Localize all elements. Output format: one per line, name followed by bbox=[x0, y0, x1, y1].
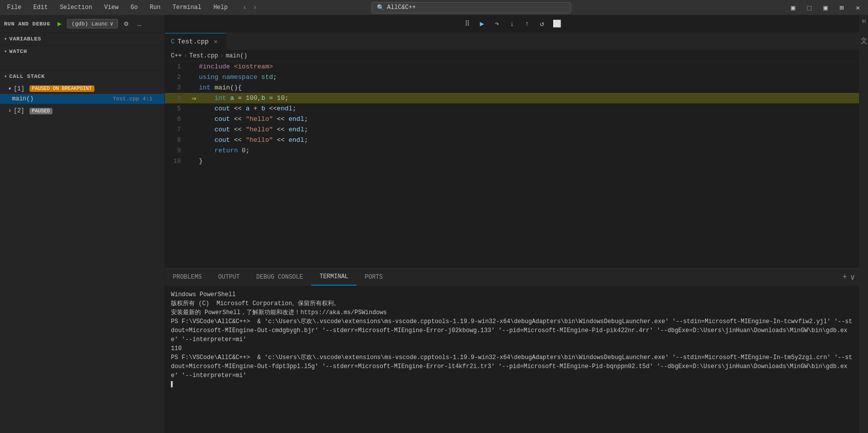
tab-problems[interactable]: PROBLEMS bbox=[165, 269, 210, 286]
line-code: cout << a + b <<endl; bbox=[199, 103, 859, 114]
nav-forward[interactable]: › bbox=[251, 2, 259, 12]
stack-group-2-header[interactable]: › [2] PAUSED bbox=[0, 106, 164, 116]
tab-ports[interactable]: PORTS bbox=[357, 269, 391, 286]
terminal-content[interactable]: Windows PowerShell版权所有 (C) Microsoft Cor… bbox=[165, 286, 859, 433]
breadcrumb-sep-2: › bbox=[220, 52, 223, 59]
line-code: cout << "hello" << endl; bbox=[199, 114, 859, 124]
right-icon-1[interactable]: ≡ bbox=[859, 17, 868, 25]
run-debug-label: RUN AND DEBUG bbox=[4, 21, 50, 27]
debug-toolbar: RUN AND DEBUG ▶ (gdb) Launc ∨ ⚙ … bbox=[0, 15, 164, 33]
variables-label: VARIABLES bbox=[9, 36, 41, 42]
tab-test-cpp[interactable]: C Test.cpp ✕ bbox=[165, 33, 226, 50]
code-line-10[interactable]: 10} bbox=[165, 156, 859, 166]
continue-button[interactable]: ▶ bbox=[476, 17, 489, 30]
toggle-right-sidebar-btn[interactable]: ▣ bbox=[820, 2, 832, 13]
toggle-panel-btn[interactable]: ⬚ bbox=[803, 2, 815, 13]
code-line-2[interactable]: 2using namespace std; bbox=[165, 72, 859, 82]
debug-config-dropdown[interactable]: (gdb) Launc ∨ bbox=[67, 19, 117, 28]
step-out-button[interactable]: ↑ bbox=[521, 17, 534, 30]
panel: PROBLEMS OUTPUT DEBUG CONSOLE TERMINAL P… bbox=[165, 268, 859, 433]
terminal-line: 110 bbox=[171, 344, 853, 353]
editor-area: ⠿ ▶ ↷ ↓ ↑ ↺ ⬜ C Test.cpp ✕ C++ › Test.cp… bbox=[165, 15, 859, 433]
gear-icon[interactable]: ⚙ bbox=[121, 18, 132, 29]
stack-item-main[interactable]: main() Test.cpp 4:1 bbox=[0, 94, 164, 104]
menu-selection[interactable]: Selection bbox=[57, 3, 95, 12]
right-sidebar: ≡ 文 bbox=[859, 15, 868, 433]
drag-handle-icon: ⠿ bbox=[461, 17, 474, 30]
code-line-7[interactable]: 7 cout << "hello" << endl; bbox=[165, 124, 859, 135]
breadcrumb-file[interactable]: Test.cpp bbox=[189, 52, 218, 59]
tab-close-button[interactable]: ✕ bbox=[212, 38, 220, 46]
layout-btn[interactable]: ⊞ bbox=[836, 2, 848, 13]
toggle-sidebar-btn[interactable]: ▣ bbox=[787, 2, 799, 13]
menu-file[interactable]: File bbox=[4, 3, 24, 12]
call-stack-content: ▾ [1] PAUSED ON BREAKPOINT main() Test.c… bbox=[0, 82, 164, 433]
menu-view[interactable]: View bbox=[101, 3, 121, 12]
menu-terminal[interactable]: Terminal bbox=[169, 3, 204, 12]
terminal-line: PS F:\VSCode\AllC&C++> & 'c:\Users\尽欢\.v… bbox=[171, 317, 853, 344]
breadcrumb: C++ › Test.cpp › main() bbox=[165, 50, 859, 61]
code-line-4[interactable]: 4⇒ int a = 100,b = 10; bbox=[165, 93, 859, 103]
title-bar: File Edit Selection View Go Run Terminal… bbox=[0, 0, 868, 15]
add-terminal-button[interactable]: + bbox=[843, 273, 848, 282]
tab-debug-console[interactable]: DEBUG CONSOLE bbox=[248, 269, 312, 286]
terminal-line: 安装最新的 PowerShell，了解新功能和改进！https://aka.ms… bbox=[171, 308, 853, 317]
code-content: 1#include <iostream>2using namespace std… bbox=[165, 61, 859, 166]
line-number: 10 bbox=[165, 157, 189, 165]
call-stack-header[interactable]: ▾ CALL STACK bbox=[0, 70, 164, 82]
menu-edit[interactable]: Edit bbox=[30, 3, 51, 12]
watch-section: ▾ WATCH bbox=[0, 45, 164, 70]
paused-badge: PAUSED bbox=[29, 108, 52, 114]
tab-terminal[interactable]: TERMINAL bbox=[311, 269, 357, 286]
code-line-8[interactable]: 8 cout << "hello" << endl; bbox=[165, 135, 859, 145]
tab-label: Test.cpp bbox=[177, 38, 208, 45]
nav-arrows: ‹ › bbox=[241, 2, 259, 12]
code-line-3[interactable]: 3int main(){ bbox=[165, 82, 859, 93]
chevron-down-icon: ▾ bbox=[4, 36, 7, 42]
close-btn[interactable]: ✕ bbox=[852, 2, 864, 13]
menu-bar: File Edit Selection View Go Run Terminal… bbox=[4, 3, 231, 12]
chevron-down-icon: ▾ bbox=[4, 48, 7, 54]
restart-button[interactable]: ↺ bbox=[536, 17, 549, 30]
tab-output[interactable]: OUTPUT bbox=[210, 269, 248, 286]
line-number: 9 bbox=[165, 147, 189, 154]
stack-item-file: Test.cpp 4:1 bbox=[113, 96, 152, 102]
call-stack-section: ▾ CALL STACK ▾ [1] PAUSED ON BREAKPOINT … bbox=[0, 70, 164, 433]
code-line-5[interactable]: 5 cout << a + b <<endl; bbox=[165, 103, 859, 114]
breadcrumb-function[interactable]: main() bbox=[226, 52, 247, 59]
stack-group-1-header[interactable]: ▾ [1] PAUSED ON BREAKPOINT bbox=[0, 83, 164, 94]
sidebar: RUN AND DEBUG ▶ (gdb) Launc ∨ ⚙ … ▾ VARI… bbox=[0, 15, 165, 433]
variables-header[interactable]: ▾ VARIABLES bbox=[0, 33, 164, 45]
search-bar[interactable]: 🔍 AllC&C++ bbox=[371, 2, 571, 13]
step-over-button[interactable]: ↷ bbox=[491, 17, 504, 30]
nav-back[interactable]: ‹ bbox=[241, 2, 249, 12]
code-editor[interactable]: 1#include <iostream>2using namespace std… bbox=[165, 61, 859, 268]
stack-group-1-id: [1] bbox=[13, 85, 24, 92]
run-button[interactable]: ▶ bbox=[54, 18, 65, 29]
breadcrumb-cpp[interactable]: C++ bbox=[171, 52, 182, 59]
line-number: 8 bbox=[165, 136, 189, 144]
more-icon[interactable]: … bbox=[134, 18, 145, 29]
cpp-file-icon: C bbox=[171, 38, 174, 45]
step-into-button[interactable]: ↓ bbox=[506, 17, 519, 30]
search-icon: 🔍 bbox=[377, 4, 384, 11]
menu-help[interactable]: Help bbox=[210, 3, 231, 12]
watch-header[interactable]: ▾ WATCH bbox=[0, 45, 164, 57]
line-number: 6 bbox=[165, 115, 189, 123]
code-line-9[interactable]: 9 return 0; bbox=[165, 145, 859, 156]
stack-group-1: ▾ [1] PAUSED ON BREAKPOINT main() Test.c… bbox=[0, 82, 164, 105]
code-line-6[interactable]: 6 cout << "hello" << endl; bbox=[165, 114, 859, 124]
line-code: int a = 100,b = 10; bbox=[199, 93, 859, 103]
stop-button[interactable]: ⬜ bbox=[551, 17, 564, 30]
menu-go[interactable]: Go bbox=[127, 3, 140, 12]
panel-more-icon[interactable]: ∨ bbox=[850, 272, 855, 282]
config-text: (gdb) Launc bbox=[71, 21, 108, 27]
code-line-1[interactable]: 1#include <iostream> bbox=[165, 61, 859, 72]
line-code: } bbox=[199, 156, 859, 166]
menu-run[interactable]: Run bbox=[147, 3, 164, 12]
watch-label: WATCH bbox=[9, 48, 27, 54]
line-code: using namespace std; bbox=[199, 72, 859, 82]
window-controls: ▣ ⬚ ▣ ⊞ ✕ bbox=[787, 2, 864, 13]
right-icon-2[interactable]: 文 bbox=[858, 29, 868, 33]
chevron-right-icon: › bbox=[8, 107, 11, 114]
